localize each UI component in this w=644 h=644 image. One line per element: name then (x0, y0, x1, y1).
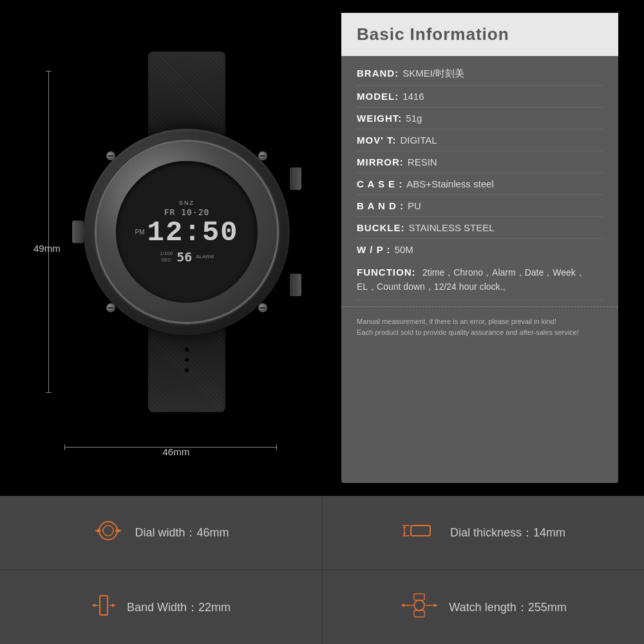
band-width-icon (91, 592, 117, 622)
info-label-4: MIRROR: (357, 156, 404, 167)
info-row-2: WEIGHT:51g (357, 108, 603, 129)
info-row-4: MIRROR:RESIN (357, 151, 603, 173)
dial-time-row: PM 12:50 (135, 218, 238, 247)
info-value-5: ABS+Stainless steel (406, 178, 494, 189)
dial-snz: SNZ (179, 200, 194, 206)
strap-hole-2 (185, 358, 189, 362)
disclaimer-line-1: Manual measurement, if there is an error… (357, 316, 603, 328)
info-label-7: BUCKLE: (357, 222, 405, 233)
specs-bar: Dial width：46mm Dial thickness：14mm (0, 496, 644, 644)
info-label-2: WEIGHT: (357, 113, 402, 124)
info-value-6: PU (408, 200, 421, 211)
info-label-5: C A S E : (357, 178, 402, 189)
info-value-8: 50M (395, 244, 413, 255)
info-rows-container: BRAND:SKMEI/时刻美MODEL:1416WEIGHT:51gMOV' … (357, 62, 603, 260)
band-width-label: Band Width：22mm (127, 600, 231, 615)
disclaimer-line-2: Each product sold to provide quality ass… (357, 327, 603, 339)
info-label-8: W / P : (357, 244, 391, 255)
svg-point-1 (103, 526, 113, 536)
svg-marker-16 (112, 603, 115, 607)
info-value-3: DIGITAL (400, 135, 437, 146)
spec-dial-thickness: Dial thickness：14mm (323, 496, 644, 569)
watch-length-label: Watch length：255mm (449, 600, 566, 615)
watch-body: SNZ FR 10·20 PM 12:50 1/100 SEC 56 ALARM (71, 52, 303, 425)
info-label-1: MODEL: (357, 91, 399, 102)
screw-bottom-left (106, 303, 115, 312)
info-function-row: FUNCTION: 2time，Chrono，Alarm，Date，Week，E… (357, 260, 603, 300)
info-row-5: C A S E :ABS+Stainless steel (357, 173, 603, 195)
button-right-top (290, 167, 301, 190)
svg-marker-3 (95, 529, 99, 533)
info-value-7: STAINLESS STEEL (409, 222, 495, 233)
watch-dial: SNZ FR 10·20 PM 12:50 1/100 SEC 56 ALARM (116, 161, 258, 303)
info-panel: Basic Information BRAND:SKMEI/时刻美MODEL:1… (341, 13, 618, 483)
svg-rect-12 (100, 596, 108, 615)
watch-case: SNZ FR 10·20 PM 12:50 1/100 SEC 56 ALARM (84, 129, 290, 335)
watch-bezel: SNZ FR 10·20 PM 12:50 1/100 SEC 56 ALARM (97, 142, 277, 322)
vertical-dimension-line (48, 71, 49, 393)
info-label-6: B A N D : (357, 200, 404, 211)
width-dimension-label: 46mm (162, 446, 189, 457)
info-row-1: MODEL:1416 (357, 86, 603, 108)
svg-rect-19 (414, 611, 424, 617)
dial-pm: PM (135, 229, 144, 236)
strap-top (148, 52, 225, 135)
info-value-1: 1416 (402, 91, 424, 102)
button-left-mid (72, 221, 84, 243)
button-right-bottom (290, 274, 301, 296)
disclaimer: Manual measurement, if there is an error… (341, 307, 618, 345)
dial-alarm-label: ALARM (196, 254, 214, 260)
info-label-0: BRAND: (357, 68, 399, 79)
watch-panel: 49mm 46mm (0, 0, 341, 496)
svg-marker-14 (92, 603, 95, 607)
svg-marker-5 (118, 529, 121, 533)
screw-bottom-right (258, 303, 267, 312)
dial-thickness-label: Dial thickness：14mm (450, 525, 565, 540)
dial-seconds: 56 (176, 249, 192, 265)
info-content: BRAND:SKMEI/时刻美MODEL:1416WEIGHT:51gMOV' … (341, 56, 618, 307)
svg-point-0 (99, 522, 117, 540)
svg-marker-23 (434, 603, 437, 607)
spec-watch-length: Watch length：255mm (323, 571, 644, 644)
spec-dial-width: Dial width：46mm (0, 496, 321, 569)
info-title: Basic Information (357, 24, 509, 44)
info-row-8: W / P :50M (357, 239, 603, 260)
svg-point-18 (414, 600, 424, 611)
dial-width-icon (92, 518, 124, 547)
height-dimension-label: 49mm (33, 243, 61, 254)
dial-date: FR 10·20 (164, 207, 210, 217)
info-value-0: SKMEI/时刻美 (402, 68, 464, 80)
info-row-3: MOV' T:DIGITAL (357, 129, 603, 151)
info-value-4: RESIN (408, 156, 437, 167)
strap-bottom (148, 328, 225, 412)
watch-image: SNZ FR 10·20 PM 12:50 1/100 SEC 56 ALARM (64, 32, 309, 444)
dial-bottom: 1/100 SEC 56 ALARM (160, 249, 214, 265)
function-label: FUNCTION: (357, 267, 416, 278)
dial-thickness-icon (401, 518, 440, 547)
strap-holes (185, 348, 189, 372)
screw-top-left (106, 151, 115, 160)
spec-band-width: Band Width：22mm (0, 571, 321, 644)
dial-time: 12:50 (147, 218, 238, 247)
info-row-6: B A N D :PU (357, 195, 603, 217)
info-row-0: BRAND:SKMEI/时刻美 (357, 62, 603, 86)
svg-rect-6 (411, 526, 430, 536)
info-title-bar: Basic Information (341, 13, 618, 56)
strap-hole-1 (185, 348, 189, 352)
svg-rect-17 (414, 594, 424, 600)
info-label-3: MOV' T: (357, 135, 396, 146)
dial-sec-label: 1/100 SEC (160, 251, 173, 263)
info-value-2: 51g (406, 113, 422, 124)
dial-width-label: Dial width：46mm (135, 525, 229, 540)
svg-marker-21 (401, 603, 404, 607)
screw-top-right (258, 151, 267, 160)
info-row-7: BUCKLE:STAINLESS STEEL (357, 217, 603, 239)
watch-length-icon (400, 592, 439, 622)
strap-hole-3 (185, 368, 189, 372)
